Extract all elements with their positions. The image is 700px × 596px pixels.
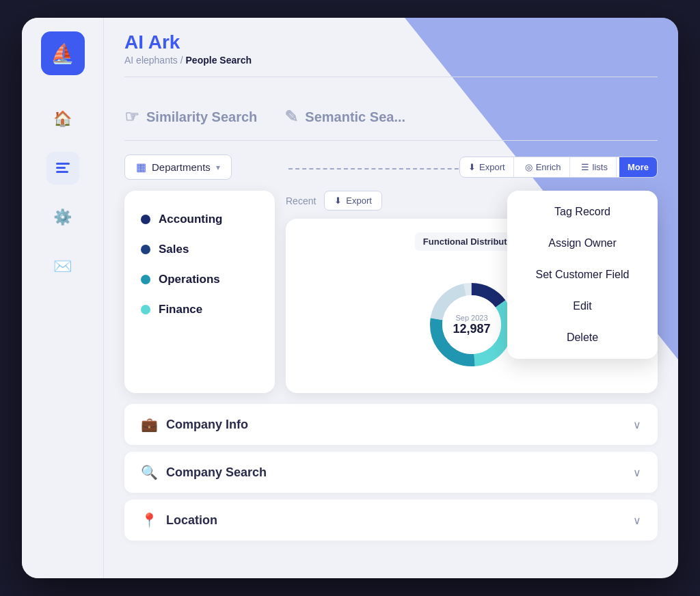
feather-icon: ✎	[284, 107, 298, 126]
action-buttons: ⬇ Export ◎ Enrich ☰ lists More	[459, 157, 658, 178]
dept-operations-label: Operations	[159, 273, 220, 286]
department-list-card: Accounting Sales Operations Finance	[124, 191, 275, 393]
donut-value: 12,987	[453, 322, 490, 336]
breadcrumb-base: AI elephants	[124, 55, 178, 66]
export-mid-label: Export	[346, 195, 372, 206]
accordion-location-left: 📍 Location	[141, 512, 217, 528]
company-search-icon: 🔍	[141, 464, 158, 480]
semantic-search-tab[interactable]: ✎ Semantic Sea...	[284, 107, 405, 126]
app-title-main: Ark	[148, 31, 180, 53]
departments-dropdown[interactable]: ▦ Departments ▾	[124, 154, 232, 180]
svg-rect-2	[56, 171, 68, 173]
sales-dot	[141, 245, 150, 254]
logo-box: ⛵	[41, 31, 85, 75]
export-mid-button[interactable]: ⬇ Export	[324, 191, 382, 211]
app-container: ⛵ 🏠 ⚙️ ✉️ AI Ark AI elephants /	[22, 18, 678, 578]
app-title-prefix: AI	[124, 31, 148, 53]
enrich-icon: ◎	[525, 162, 533, 172]
sidebar-item-search[interactable]	[46, 152, 79, 185]
accordion-company-search-left: 🔍 Company Search	[141, 464, 267, 480]
accounting-dot	[141, 215, 150, 224]
accordion-location[interactable]: 📍 Location ∨	[124, 500, 658, 541]
company-info-icon: 💼	[141, 416, 158, 433]
departments-icon: ▦	[136, 161, 146, 174]
breadcrumb-separator: /	[180, 55, 186, 66]
content-area: Accounting Sales Operations Finance	[124, 191, 658, 393]
context-menu: Tag Record Assign Owner Set Customer Fie…	[507, 191, 658, 359]
sidebar-item-messages[interactable]: ✉️	[46, 250, 79, 283]
dept-item-sales[interactable]: Sales	[138, 234, 261, 265]
export-label: Export	[479, 162, 505, 172]
dept-finance-label: Finance	[159, 303, 202, 316]
donut-date: Sep 2023	[453, 314, 490, 322]
accordion-container: 💼 Company Info ∨ 🔍 Company Search ∨ 📍 Lo…	[124, 404, 658, 541]
more-label: More	[628, 162, 649, 172]
company-info-chevron-icon: ∨	[633, 418, 641, 431]
svg-rect-0	[56, 163, 70, 165]
company-info-label: Company Info	[166, 418, 248, 432]
departments-chevron-icon: ▾	[216, 163, 220, 172]
context-menu-item-delete[interactable]: Delete	[513, 322, 652, 353]
enrich-button[interactable]: ◎ Enrich	[517, 157, 570, 177]
accordion-company-info-left: 💼 Company Info	[141, 416, 248, 433]
enrich-label: Enrich	[536, 162, 561, 172]
export-button[interactable]: ⬇ Export	[460, 157, 514, 177]
similarity-search-label: Similarity Search	[146, 109, 257, 125]
location-label: Location	[166, 513, 217, 528]
dept-accounting-label: Accounting	[159, 213, 223, 226]
dept-item-operations[interactable]: Operations	[138, 265, 261, 295]
dept-sales-label: Sales	[159, 243, 189, 256]
similarity-search-tab[interactable]: ☞ Similarity Search	[124, 107, 257, 126]
dept-item-accounting[interactable]: Accounting	[138, 204, 261, 234]
lists-icon: ☰	[581, 162, 589, 172]
export-icon: ⬇	[468, 162, 476, 172]
breadcrumb-current: People Search	[186, 55, 252, 66]
export-mid-icon: ⬇	[334, 195, 342, 206]
accordion-company-info[interactable]: 💼 Company Info ∨	[124, 404, 658, 445]
company-search-chevron-icon: ∨	[633, 466, 641, 479]
app-title: AI Ark	[124, 31, 658, 53]
lists-button[interactable]: ☰ lists	[573, 157, 617, 177]
sidebar: ⛵ 🏠 ⚙️ ✉️	[22, 18, 104, 578]
finance-dot	[141, 305, 150, 314]
sidebar-nav: 🏠 ⚙️ ✉️	[46, 103, 79, 283]
context-menu-item-tag-record[interactable]: Tag Record	[513, 196, 652, 228]
donut-center: Sep 2023 12,987	[453, 314, 490, 336]
logo-icon: ⛵	[51, 42, 75, 65]
search-section: ☞ Similarity Search ✎ Semantic Sea...	[124, 94, 658, 141]
toolbar-row: ▦ Departments ▾ ⬇ Export ◎ Enrich ☰ list…	[124, 154, 658, 180]
location-icon: 📍	[141, 512, 158, 528]
recent-label: Recent	[286, 195, 316, 206]
context-menu-item-assign-owner[interactable]: Assign Owner	[513, 228, 652, 259]
breadcrumb: AI elephants / People Search	[124, 55, 658, 66]
more-button[interactable]: More	[619, 157, 657, 177]
sidebar-item-settings[interactable]: ⚙️	[46, 201, 79, 234]
semantic-search-label: Semantic Sea...	[305, 109, 405, 125]
context-menu-item-set-customer-field[interactable]: Set Customer Field	[513, 259, 652, 290]
context-menu-item-edit[interactable]: Edit	[513, 290, 652, 322]
dept-item-finance[interactable]: Finance	[138, 295, 261, 325]
accordion-company-search[interactable]: 🔍 Company Search ∨	[124, 452, 658, 493]
header: AI Ark AI elephants / People Search	[124, 31, 658, 77]
svg-rect-1	[56, 167, 66, 169]
departments-label: Departments	[152, 161, 211, 173]
operations-dot	[141, 275, 150, 284]
donut-chart: Sep 2023 12,987	[424, 277, 520, 372]
main-content: AI Ark AI elephants / People Search ☞ Si…	[104, 18, 678, 578]
header-divider	[124, 77, 658, 77]
company-search-label: Company Search	[166, 465, 267, 480]
fingerprint-icon: ☞	[124, 107, 139, 126]
lists-label: lists	[593, 162, 608, 172]
location-chevron-icon: ∨	[633, 514, 641, 527]
sidebar-item-home[interactable]: 🏠	[46, 103, 79, 135]
